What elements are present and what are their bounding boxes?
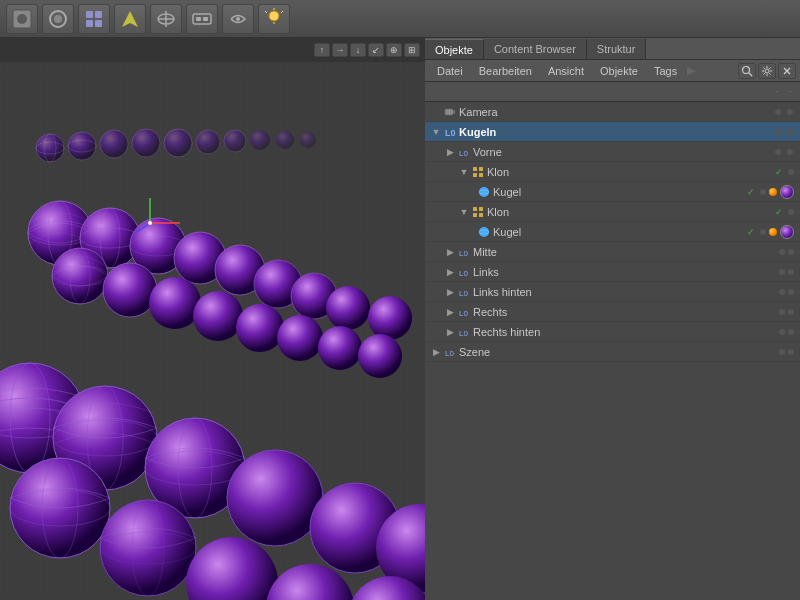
toolbar-icon-3[interactable] <box>78 4 110 34</box>
svg-text:L0: L0 <box>459 269 468 278</box>
tree-row-kugeln[interactable]: ▼ L0 Kugeln <box>425 122 800 142</box>
tab-struktur[interactable]: Struktur <box>587 39 647 59</box>
config-button[interactable] <box>758 63 776 79</box>
label-kugel2: Kugel <box>493 226 745 238</box>
viewport: ↑ → ↓ ↙ ⊕ ⊞ <box>0 38 425 600</box>
mat-sphere-purple-1[interactable] <box>780 185 794 199</box>
svg-rect-12 <box>196 17 201 21</box>
object-tree[interactable]: Kamera ▼ L0 Kugeln <box>425 102 800 600</box>
expand-klon2[interactable]: ▼ <box>457 205 471 219</box>
svg-rect-5 <box>95 11 102 18</box>
expand-mitte[interactable]: ▶ <box>443 245 457 259</box>
svg-point-109 <box>765 69 769 73</box>
expand-kugeln[interactable]: ▼ <box>429 125 443 139</box>
svg-point-107 <box>743 66 750 73</box>
search-button[interactable] <box>738 63 756 79</box>
expand-links-hinten[interactable]: ▶ <box>443 285 457 299</box>
vp-nav-down[interactable]: ↓ <box>350 43 366 57</box>
toolbar-icon-7[interactable] <box>222 4 254 34</box>
tree-row-vorne[interactable]: ▶ L0 Vorne <box>425 142 800 162</box>
svg-point-74 <box>358 334 402 378</box>
tree-row-kugel2[interactable]: Kugel ✓ <box>425 222 800 242</box>
tree-row-links-hinten[interactable]: ▶ L0 Links hinten <box>425 282 800 302</box>
toolbar-icon-5[interactable] <box>150 4 182 34</box>
expand-vorne[interactable]: ▶ <box>443 145 457 159</box>
tree-row-links[interactable]: ▶ L0 Links <box>425 262 800 282</box>
vp-nav-right[interactable]: → <box>332 43 348 57</box>
menu-tags[interactable]: Tags <box>646 63 685 79</box>
label-klon2: Klon <box>487 206 773 218</box>
svg-point-72 <box>277 315 323 361</box>
svg-point-69 <box>149 277 201 329</box>
toolbar-icon-4[interactable] <box>114 4 146 34</box>
menu-ansicht[interactable]: Ansicht <box>540 63 592 79</box>
tree-row-kugel1[interactable]: Kugel ✓ <box>425 182 800 202</box>
tree-row-mitte[interactable]: ▶ L0 Mitte <box>425 242 800 262</box>
svg-text:L0: L0 <box>459 149 468 158</box>
mat-sphere-purple-2[interactable] <box>780 225 794 239</box>
tree-row-kamera[interactable]: Kamera <box>425 102 800 122</box>
tree-row-rechts[interactable]: ▶ L0 Rechts <box>425 302 800 322</box>
svg-text:L0: L0 <box>459 249 468 258</box>
label-links-hinten: Links hinten <box>473 286 779 298</box>
label-mitte: Mitte <box>473 246 779 258</box>
col-headers: · · <box>425 82 800 102</box>
scene-svg <box>0 38 425 600</box>
svg-point-73 <box>318 326 362 370</box>
svg-point-1 <box>17 14 27 24</box>
toolbar-icon-8[interactable] <box>258 4 290 34</box>
svg-point-71 <box>236 304 284 352</box>
vp-nav-up[interactable]: ↑ <box>314 43 330 57</box>
svg-point-106 <box>148 221 152 225</box>
tree-row-szene[interactable]: ▶ L0 Szene <box>425 342 800 362</box>
cols-klon1: ✓ <box>716 166 796 178</box>
icon-klon1 <box>471 165 485 179</box>
svg-point-3 <box>54 15 62 23</box>
expand-rechts[interactable]: ▶ <box>443 305 457 319</box>
expand-links[interactable]: ▶ <box>443 265 457 279</box>
vp-nav-sw[interactable]: ↙ <box>368 43 384 57</box>
tree-row-klon2[interactable]: ▼ Klon ✓ <box>425 202 800 222</box>
toolbar-icon-1[interactable] <box>6 4 38 34</box>
menu-bearbeiten[interactable]: Bearbeiten <box>471 63 540 79</box>
cols-kugeln <box>716 126 796 138</box>
tree-row-rechts-hinten[interactable]: ▶ L0 Rechts hinten <box>425 322 800 342</box>
svg-text:L0: L0 <box>445 128 456 138</box>
cols-kamera <box>716 106 796 118</box>
icon-links-hinten: L0 <box>457 285 471 299</box>
svg-rect-7 <box>95 20 102 27</box>
label-links: Links <box>473 266 779 278</box>
mat-sphere-orange-1[interactable] <box>769 188 777 196</box>
tab-content-browser[interactable]: Content Browser <box>484 39 587 59</box>
icon-klon2 <box>471 205 485 219</box>
svg-text:L0: L0 <box>459 289 468 298</box>
mat-sphere-orange-2[interactable] <box>769 228 777 236</box>
svg-point-120 <box>479 187 489 197</box>
svg-rect-11 <box>193 14 211 24</box>
expand-szene[interactable]: ▶ <box>429 345 443 359</box>
expand-kamera <box>429 105 443 119</box>
main-area: ↑ → ↓ ↙ ⊕ ⊞ <box>0 38 800 600</box>
expand-klon1[interactable]: ▼ <box>457 165 471 179</box>
svg-marker-113 <box>453 110 455 114</box>
toolbar-icon-6[interactable] <box>186 4 218 34</box>
icon-kugeln: L0 <box>443 125 457 139</box>
vp-nav-grid[interactable]: ⊕ <box>386 43 402 57</box>
svg-rect-119 <box>479 173 483 177</box>
label-szene: Szene <box>459 346 779 358</box>
toolbar-icon-2[interactable] <box>42 4 74 34</box>
tab-objekte[interactable]: Objekte <box>425 39 484 59</box>
svg-rect-117 <box>479 167 483 171</box>
svg-text:L0: L0 <box>445 349 454 358</box>
menu-objekte[interactable]: Objekte <box>592 63 646 79</box>
viewport-toolbar: ↑ → ↓ ↙ ⊕ ⊞ <box>0 38 425 62</box>
expand-rechts-hinten[interactable]: ▶ <box>443 325 457 339</box>
menu-datei[interactable]: Datei <box>429 63 471 79</box>
icon-kugel2 <box>477 225 491 239</box>
icon-vorne: L0 <box>457 145 471 159</box>
tree-row-klon1[interactable]: ▼ Klon ✓ <box>425 162 800 182</box>
label-vorne: Vorne <box>473 146 716 158</box>
close-panel-button[interactable] <box>778 63 796 79</box>
vp-nav-layout[interactable]: ⊞ <box>404 43 420 57</box>
svg-point-126 <box>479 227 489 237</box>
